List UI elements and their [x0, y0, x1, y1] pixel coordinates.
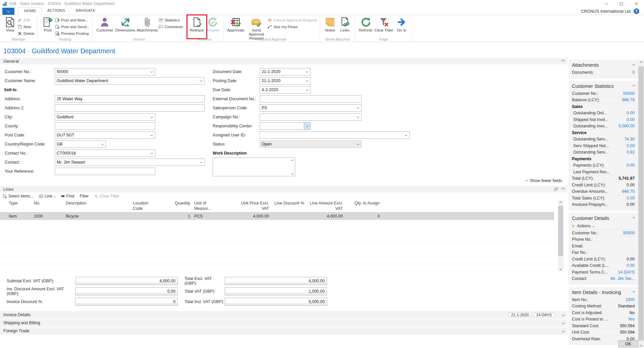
dropdown-button[interactable] [403, 132, 409, 138]
dropdown-button[interactable] [149, 132, 155, 138]
salesperson-code-input[interactable]: PS [260, 104, 362, 112]
scroll-up-icon[interactable] [638, 60, 644, 65]
expand-foreign-trade-icon[interactable] [562, 330, 565, 332]
dropdown-button[interactable] [304, 86, 310, 93]
collapse-lines-icon[interactable] [561, 187, 565, 191]
contact-no-input[interactable]: CT000016 [55, 150, 155, 157]
cost-is-posted-to-value[interactable]: Yes [628, 317, 635, 322]
dropdown-button[interactable] [304, 68, 310, 75]
factbox-header-item-details-invoicing[interactable]: Item Details - Invoicing [572, 288, 635, 297]
due-date-input[interactable]: 4-2-2020 [260, 86, 311, 94]
find-button[interactable]: Find [61, 194, 74, 198]
scroll-down-icon[interactable] [638, 342, 644, 348]
lines-scrollbar[interactable] [558, 200, 564, 272]
subtotal-excl-vat-gbp-value[interactable]: 4,000.00 [75, 277, 178, 285]
dropdown-button[interactable] [198, 77, 204, 84]
factbox-header-customer-statistics[interactable]: Customer Statistics [572, 82, 635, 91]
contact-value[interactable]: Mr. Jim Ste... [610, 276, 635, 281]
gear-icon[interactable] [554, 187, 558, 191]
payment-terms-c-value[interactable]: 14 DAYS [618, 270, 635, 275]
collapse-item-details-invoicing-icon[interactable] [633, 291, 635, 293]
column-header-unit-of[interactable]: Unit of Measur... [192, 200, 224, 212]
approvals-button[interactable]: Approvals [226, 16, 245, 33]
total-sales-lcy-value[interactable]: 0.00 [627, 196, 635, 200]
work-description-input[interactable] [213, 158, 295, 176]
tab-home[interactable]: HOME [18, 7, 42, 15]
column-header-type[interactable]: Type [7, 200, 32, 212]
contact-input[interactable]: Mr. Jim Stewart [55, 159, 205, 166]
dropdown-button[interactable] [304, 77, 310, 84]
total-excl-vat-gbp-value[interactable]: 4,000.00 [225, 277, 327, 285]
tab-navigate[interactable]: NAVIGATE [70, 7, 101, 15]
refresh-button[interactable]: Refresh [358, 16, 373, 33]
main-scrollbar[interactable] [638, 60, 644, 348]
fast-tab-shipping-and-billing[interactable]: Shipping and Billing [0, 319, 568, 327]
dropdown-button[interactable] [149, 68, 155, 75]
customer-no-input[interactable]: 50000 [55, 68, 155, 75]
address-input[interactable]: 25 Water Way [55, 95, 205, 103]
factbox-header-attachments[interactable]: Attachments [572, 61, 635, 69]
column-header-location[interactable]: Location Code [131, 200, 166, 212]
collapse-customer-details-icon[interactable] [633, 217, 635, 219]
document-date-input[interactable]: 21-1-2020 [260, 68, 311, 75]
payments-lcy-value[interactable]: 0.00 [627, 163, 635, 168]
view-button[interactable]: View [3, 16, 17, 33]
dropdown-button[interactable] [355, 105, 361, 111]
address-2-input[interactable] [55, 104, 205, 112]
dropdown-button[interactable] [149, 150, 155, 157]
lines-scrollbar-thumb[interactable] [558, 206, 563, 256]
collapse-customer-statistics-icon[interactable] [633, 85, 635, 87]
scroll-down-icon[interactable] [290, 172, 294, 175]
column-header-quantity[interactable]: Quantity [166, 200, 192, 212]
column-header-qty-to-assign[interactable]: Qty. to Assign [345, 200, 382, 212]
available-credit-l-value[interactable]: 0.00 [627, 263, 635, 268]
lines-section-header[interactable]: Lines [0, 186, 568, 192]
go-to-button[interactable]: Go to [394, 16, 409, 33]
show-fewer-fields[interactable]: Show fewer fields [0, 177, 568, 184]
new-button[interactable]: New [17, 23, 35, 30]
factbox-actions[interactable]: Actions [572, 223, 635, 230]
column-header-line-amount-excl[interactable]: Line Amount Excl. VAT [306, 200, 345, 212]
main-scrollbar-thumb[interactable] [638, 66, 644, 341]
your-reference-input[interactable] [55, 168, 155, 175]
minimize-button[interactable] [599, 0, 614, 7]
responsibility-center-input[interactable] [260, 122, 311, 130]
assigned-user-id-input[interactable] [260, 131, 410, 139]
external-document-no-input[interactable] [260, 95, 362, 103]
preview-posting-button[interactable]: Preview Posting [55, 30, 90, 37]
maximize-button[interactable] [614, 0, 629, 7]
customer-no-value[interactable]: 50000 [623, 231, 635, 235]
notes-button[interactable]: Notes [323, 16, 337, 33]
select-items-button[interactable]: Select items... [3, 194, 34, 198]
overdue-amounts-value[interactable]: 666.75 [622, 189, 635, 194]
city-input[interactable]: Guildford [55, 113, 155, 121]
post-and-send-button[interactable]: Post and Send... [55, 23, 90, 30]
fast-tab-invoice-details[interactable]: Invoice Details21-1-202014 DAYS [0, 311, 568, 318]
customer-no-value[interactable]: 50000 [623, 91, 635, 96]
dropdown-button[interactable] [198, 159, 204, 166]
customer-button[interactable]: Customer [95, 16, 114, 33]
release-button[interactable]: Release [189, 16, 205, 33]
delete-button[interactable]: Delete [17, 30, 35, 37]
column-header-line-discount[interactable]: Line Discount % [271, 200, 306, 212]
line-button[interactable]: Line [39, 194, 55, 198]
scroll-up-icon[interactable] [290, 159, 294, 162]
balance-lcy-value[interactable]: 666.75 [622, 98, 635, 102]
company-indicator[interactable]: CRONUS International Ltd. ? [581, 8, 639, 14]
scroll-up-icon[interactable] [558, 200, 564, 205]
help-icon[interactable]: ? [634, 8, 639, 14]
links-button[interactable]: Links [337, 16, 352, 33]
campaign-no-input[interactable] [260, 113, 362, 121]
post-button[interactable]: Post [40, 16, 55, 33]
attachments-button[interactable]: Attachments [136, 16, 158, 33]
county-input[interactable] [55, 122, 155, 130]
dropdown-button[interactable] [99, 141, 106, 148]
documents-value[interactable]: 0 [632, 70, 635, 75]
post-and-new-button[interactable]: Post and New... [55, 17, 90, 23]
filter-button[interactable]: Filter [79, 194, 89, 198]
dropdown-button[interactable] [355, 141, 361, 148]
outstanding-serv-value[interactable]: 74.30 [624, 137, 635, 141]
see-my-flows-button[interactable]: See my Flows [267, 23, 317, 30]
clear-filter-button[interactable]: Clear Filter [373, 16, 394, 33]
shipped-not-invd-value[interactable]: 0.00 [627, 117, 635, 122]
